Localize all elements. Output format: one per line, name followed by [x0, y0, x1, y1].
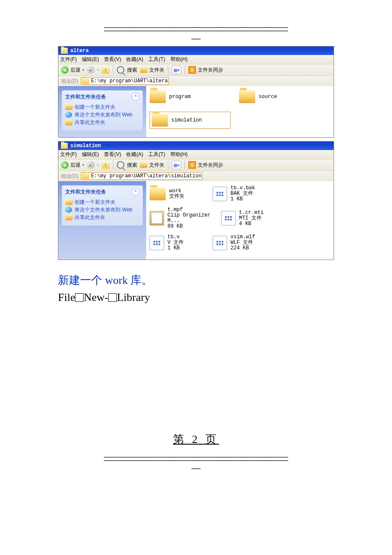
folder-icon	[82, 173, 89, 179]
file-t-cr-mti[interactable]: t.cr.mti MTI 文件 4 KB	[221, 207, 277, 229]
folder-source[interactable]: source	[239, 90, 316, 103]
folder-open-icon	[140, 162, 147, 168]
task-panel: 文件和文件夹任务 ⌃ 创建一个新文件夹 将这个文件夹发布到 Web 共享此文件夹	[62, 185, 143, 225]
file-t-mpf[interactable]: t.mpf Clip Organizer M... 89 KB	[150, 207, 213, 229]
menu-file[interactable]: 文件(F)	[60, 56, 77, 63]
back-arrow-icon: ◄	[61, 66, 69, 74]
forward-button[interactable]: ►	[87, 66, 95, 74]
sidebar: 文件和文件夹任务 ⌃ 创建一个新文件夹 将这个文件夹发布到 Web 共享此文件夹	[58, 181, 146, 260]
file-vsim-wlf[interactable]: vsim.wlf WLF 文件 224 KB	[213, 234, 277, 251]
file-tb-v[interactable]: tb.v V 文件 1 KB	[150, 234, 205, 251]
collapse-icon[interactable]: ⌃	[132, 93, 139, 101]
forward-button[interactable]: ►	[87, 161, 95, 169]
folder-icon	[239, 90, 255, 103]
menu-file[interactable]: 文件(F)	[60, 151, 77, 158]
file-area: program source simulation	[146, 86, 334, 137]
sidebar: 文件和文件夹任务 ⌃ 创建一个新文件夹 将这个文件夹发布到 Web 共享此文件夹	[58, 86, 146, 137]
globe-icon	[65, 207, 72, 213]
instruction-heading: 新建一个 work 库。	[58, 273, 334, 288]
file-icon	[221, 211, 236, 225]
top-separator: ————————————————————————————————————————…	[58, 26, 334, 42]
folder-icon	[150, 90, 166, 103]
share-icon	[65, 119, 72, 125]
dropdown-icon: ▾	[82, 163, 84, 167]
titlebar[interactable]: altera	[58, 46, 334, 55]
dropdown-icon: ▾	[82, 68, 84, 72]
file-area: work 文件夹 tb.v.bak BAK 文件 1 KB t.mpf	[146, 181, 334, 260]
instruction-path: FileNew-Library	[58, 291, 334, 304]
titlebar[interactable]: simulation	[58, 142, 334, 150]
file-tb-v-bak[interactable]: tb.v.bak BAK 文件 1 KB	[213, 185, 268, 202]
menu-fav[interactable]: 收藏(A)	[126, 56, 143, 63]
menu-edit[interactable]: 编辑(E)	[82, 151, 99, 158]
collapse-icon[interactable]: ⌃	[132, 188, 139, 196]
folder-work[interactable]: work 文件夹	[150, 185, 205, 202]
folder-open-icon	[140, 67, 147, 73]
dropdown-icon: ▾	[97, 163, 99, 167]
image-icon	[150, 211, 164, 225]
address-label: 地址(D)	[61, 78, 78, 85]
addressbar: 地址(D) E:\my program\UART\altera\simulati…	[58, 171, 334, 181]
sync-button[interactable]: S 文件夹同步	[188, 66, 223, 74]
menu-fav[interactable]: 收藏(A)	[126, 151, 143, 158]
menu-tools[interactable]: 工具(T)	[148, 56, 165, 63]
folders-button[interactable]: 文件夹	[140, 66, 164, 74]
view-button[interactable]: ▦▾	[172, 161, 181, 169]
folders-button[interactable]: 文件夹	[140, 162, 164, 169]
up-button[interactable]: ↑	[102, 161, 110, 169]
page-number: 第 2 页	[173, 433, 219, 445]
menu-help[interactable]: 帮助(H)	[170, 151, 188, 158]
bottom-separator: ————————————————————————————————————————…	[58, 455, 334, 471]
back-button[interactable]: ◄ 后退 ▾	[61, 66, 84, 74]
folder-icon	[150, 188, 166, 200]
share-icon	[65, 214, 72, 220]
addressbar: 地址(D) E:\my program\UART\altera	[58, 75, 334, 86]
folder-icon	[152, 114, 168, 127]
back-button[interactable]: ◄ 后退 ▾	[61, 161, 84, 169]
panel-heading: 文件和文件夹任务	[65, 188, 106, 196]
address-label: 地址(D)	[61, 173, 78, 180]
address-input[interactable]: E:\my program\UART\altera	[81, 77, 169, 85]
task-new-folder[interactable]: 创建一个新文件夹	[65, 198, 139, 206]
task-publish[interactable]: 将这个文件夹发布到 Web	[65, 206, 139, 214]
menu-view[interactable]: 查看(V)	[104, 56, 121, 63]
folder-icon	[61, 48, 68, 54]
up-button[interactable]: ↑	[102, 66, 110, 74]
globe-icon	[65, 112, 72, 118]
address-input[interactable]: E:\my program\UART\altera\simulation	[81, 172, 202, 180]
folder-icon	[61, 143, 68, 149]
placeholder-box-icon	[108, 293, 117, 302]
task-panel: 文件和文件夹任务 ⌃ 创建一个新文件夹 将这个文件夹发布到 Web 共享此文件夹	[62, 90, 143, 130]
file-icon	[213, 187, 227, 201]
menubar: 文件(F) 编辑(E) 查看(V) 收藏(A) 工具(T) 帮助(H)	[58, 55, 334, 64]
back-arrow-icon: ◄	[61, 161, 69, 169]
search-button[interactable]: 搜索	[117, 161, 137, 169]
panel-heading: 文件和文件夹任务	[65, 93, 106, 101]
menu-edit[interactable]: 编辑(E)	[82, 56, 99, 63]
sync-icon: S	[188, 161, 196, 169]
sync-icon: S	[188, 66, 196, 74]
task-publish[interactable]: 将这个文件夹发布到 Web	[65, 111, 139, 119]
search-button[interactable]: 搜索	[117, 66, 137, 74]
dropdown-icon: ▾	[97, 68, 99, 72]
menubar: 文件(F) 编辑(E) 查看(V) 收藏(A) 工具(T) 帮助(H)	[58, 150, 334, 159]
menu-view[interactable]: 查看(V)	[104, 151, 121, 158]
file-icon	[150, 236, 164, 250]
toolbar: ◄ 后退 ▾ ► ▾ ↑ 搜索 文件夹 ▦▾ S 文件夹同步	[58, 159, 334, 171]
footer: 第 2 页 ——————————————————————————————————…	[58, 432, 334, 471]
explorer-window-altera: altera 文件(F) 编辑(E) 查看(V) 收藏(A) 工具(T) 帮助(…	[58, 46, 334, 138]
sync-button[interactable]: S 文件夹同步	[188, 161, 223, 169]
explorer-window-simulation: simulation 文件(F) 编辑(E) 查看(V) 收藏(A) 工具(T)…	[58, 141, 334, 260]
search-icon	[117, 66, 124, 74]
task-share[interactable]: 共享此文件夹	[65, 214, 139, 221]
menu-tools[interactable]: 工具(T)	[148, 151, 165, 158]
view-button[interactable]: ▦▾	[172, 66, 181, 74]
window-title: altera	[70, 48, 89, 54]
task-share[interactable]: 共享此文件夹	[65, 119, 139, 126]
placeholder-box-icon	[75, 293, 84, 302]
folder-simulation[interactable]: simulation	[150, 112, 231, 129]
toolbar: ◄ 后退 ▾ ► ▾ ↑ 搜索 文件夹 ▦▾ S 文件夹同步	[58, 64, 334, 75]
folder-program[interactable]: program	[150, 90, 226, 103]
task-new-folder[interactable]: 创建一个新文件夹	[65, 103, 139, 111]
menu-help[interactable]: 帮助(H)	[170, 56, 188, 63]
